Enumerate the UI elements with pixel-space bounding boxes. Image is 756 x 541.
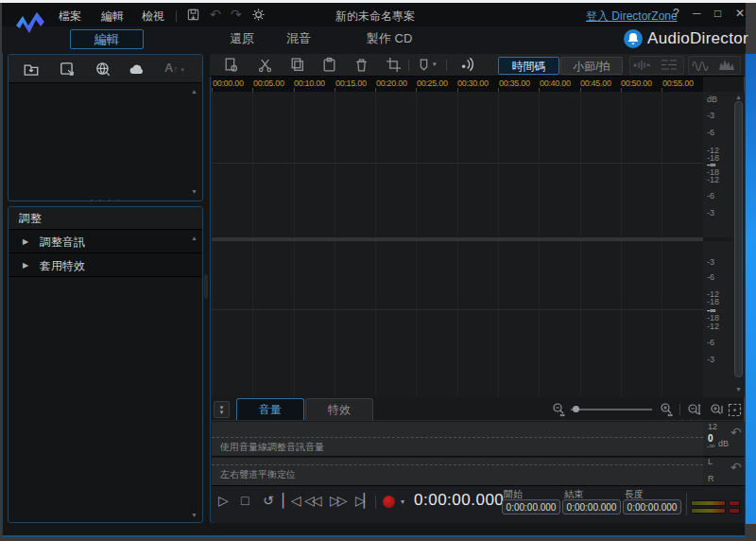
wave-scroll-down[interactable]: ▼: [735, 386, 742, 393]
menu-view[interactable]: 檢視: [142, 9, 164, 25]
adjust-audio-label[interactable]: 調整音訊: [40, 235, 85, 251]
loop-button[interactable]: ↺: [263, 493, 274, 508]
bottom-splitter-handle[interactable]: · · · ·: [673, 415, 702, 424]
start-time-field[interactable]: 0:00:00.000: [502, 499, 560, 515]
channel2-zero-line: [212, 309, 703, 310]
column-splitter-handle[interactable]: [204, 274, 208, 299]
tab-mix[interactable]: 混音: [286, 30, 311, 47]
save-icon[interactable]: [186, 8, 200, 26]
end-time-field[interactable]: 0:00:00.000: [562, 499, 621, 515]
ruler-tick: 00:55.00: [662, 79, 694, 88]
db-scale-channel2: -3 -6 -12 -18 -∞ -18 -12 -6 -3: [703, 241, 733, 397]
db-label: -12: [707, 175, 719, 184]
ruler-tick: 00:15.00: [335, 79, 367, 88]
track-properties-icon[interactable]: [223, 57, 239, 77]
desktop-wallpaper-strip: [746, 54, 756, 524]
rewind-button[interactable]: ◁◁: [304, 493, 319, 508]
level-meter-left: [691, 500, 726, 506]
loudness-meter-icon[interactable]: [457, 56, 476, 77]
channel-divider[interactable]: [212, 237, 703, 241]
spectral-view-icon[interactable]: [718, 58, 735, 75]
wave-scroll-up[interactable]: ▲: [735, 94, 742, 100]
collapse-panel-button[interactable]: ▾ ▾: [214, 401, 230, 418]
help-button[interactable]: ?: [673, 7, 679, 20]
download-directorzone-icon[interactable]: [94, 61, 112, 81]
export-audio-icon[interactable]: [59, 61, 76, 81]
pan-envelope-line[interactable]: [212, 464, 703, 465]
menu-edit[interactable]: 編輯: [101, 9, 124, 25]
length-time-field[interactable]: 0:00:00.000: [623, 499, 681, 515]
redo-icon[interactable]: ↷: [231, 7, 242, 22]
vol-scale-top: 12: [708, 422, 717, 431]
db-scale-channel1: dB -3 -6 -12 -18 -∞ -18 -12 -6 -3: [703, 92, 733, 237]
library-scroll-down[interactable]: ▼: [191, 188, 198, 195]
apply-effects-label[interactable]: 套用特效: [40, 258, 85, 274]
tab-effects[interactable]: 特效: [305, 398, 373, 420]
tab-create-cd[interactable]: 製作 CD: [367, 30, 412, 47]
tab-edit[interactable]: 編輯: [70, 29, 144, 49]
close-button[interactable]: ✕: [735, 7, 745, 20]
bars-beats-toggle-button[interactable]: 小節/拍: [560, 57, 623, 75]
multitrack-edit-icon[interactable]: [660, 58, 679, 76]
paste-icon[interactable]: [321, 57, 337, 77]
zoom-in-vertical-icon[interactable]: [709, 402, 724, 421]
trim-icon[interactable]: [386, 57, 402, 77]
wave-scroll-thumb[interactable]: [734, 101, 743, 377]
menu-file[interactable]: 檔案: [59, 9, 81, 25]
db-label: -3: [707, 257, 714, 267]
record-button[interactable]: [383, 496, 395, 508]
undo-icon[interactable]: ↶: [210, 7, 221, 22]
ruler-tick: 00:35.00: [499, 79, 530, 88]
chevron-down-icon: ▾: [215, 410, 229, 414]
cloud-icon[interactable]: [129, 61, 147, 80]
settings-gear-icon[interactable]: [251, 8, 266, 26]
cut-icon[interactable]: [257, 57, 273, 77]
pan-scale-left: L: [708, 457, 713, 466]
go-to-start-button[interactable]: ▏◁: [283, 493, 300, 508]
apply-effects-row[interactable]: [9, 253, 202, 277]
volume-envelope-strip[interactable]: 使用音量線調整音訊音量: [212, 422, 703, 457]
waveform-view-icon[interactable]: [692, 59, 709, 76]
zoom-slider-handle[interactable]: [573, 406, 579, 412]
delete-icon[interactable]: [353, 57, 369, 77]
copy-icon[interactable]: [289, 57, 305, 77]
timecode-toggle-button[interactable]: 時間碼: [498, 57, 559, 75]
tab-volume[interactable]: 音量: [236, 398, 304, 420]
zoom-slider-track[interactable]: [571, 409, 652, 410]
stretch-waveform-icon[interactable]: [633, 59, 650, 76]
import-media-icon[interactable]: [23, 61, 40, 81]
adjust-scroll-down[interactable]: ▼: [191, 512, 198, 518]
marker-dropdown-arrow[interactable]: ▾: [433, 61, 437, 68]
record-dropdown-arrow[interactable]: ▾: [401, 497, 404, 506]
time-ruler[interactable]: 00:00.00 00:05.00 00:10.00 00:15.00 00:2…: [212, 77, 703, 92]
stop-button[interactable]: □: [241, 493, 249, 508]
clip-indicator-left[interactable]: [729, 500, 740, 506]
letter-a: A: [164, 61, 173, 75]
adjust-scroll-up[interactable]: ▲: [191, 235, 198, 241]
db-label: -6: [707, 272, 714, 282]
fit-to-window-icon[interactable]: [728, 403, 742, 417]
reset-pan-icon[interactable]: ↶: [730, 460, 742, 475]
db-label: -6: [707, 128, 714, 137]
waveform-canvas[interactable]: [212, 92, 703, 397]
db-label: -6: [707, 191, 714, 201]
volume-envelope-line[interactable]: [212, 437, 703, 438]
panel-splitter-handle[interactable]: · · · ·: [90, 195, 122, 204]
ruler-tick: 00:50.00: [621, 79, 652, 88]
add-marker-icon[interactable]: [416, 57, 432, 77]
notification-bell-icon[interactable]: [624, 29, 643, 48]
maximize-button[interactable]: □: [714, 7, 721, 20]
reset-volume-icon[interactable]: ↶: [730, 425, 742, 440]
adjust-audio-row[interactable]: [9, 230, 202, 253]
pan-envelope-strip[interactable]: 左右聲道平衡定位: [212, 458, 703, 485]
fast-forward-button[interactable]: ▷▷: [330, 493, 345, 508]
minimize-button[interactable]: ─: [693, 7, 701, 20]
tab-restore[interactable]: 還原: [230, 30, 254, 47]
go-to-end-button[interactable]: ▷▏: [355, 493, 372, 508]
play-button[interactable]: ▷: [218, 493, 229, 508]
login-directorzone-link[interactable]: 登入 DirectorZone: [586, 9, 678, 25]
clip-indicator-right[interactable]: [729, 508, 740, 514]
library-scroll-up[interactable]: ▲: [191, 88, 198, 95]
text-to-speech-icon[interactable]: A↑ ▾: [164, 61, 184, 75]
zoom-out-horizontal-icon[interactable]: [551, 402, 568, 421]
